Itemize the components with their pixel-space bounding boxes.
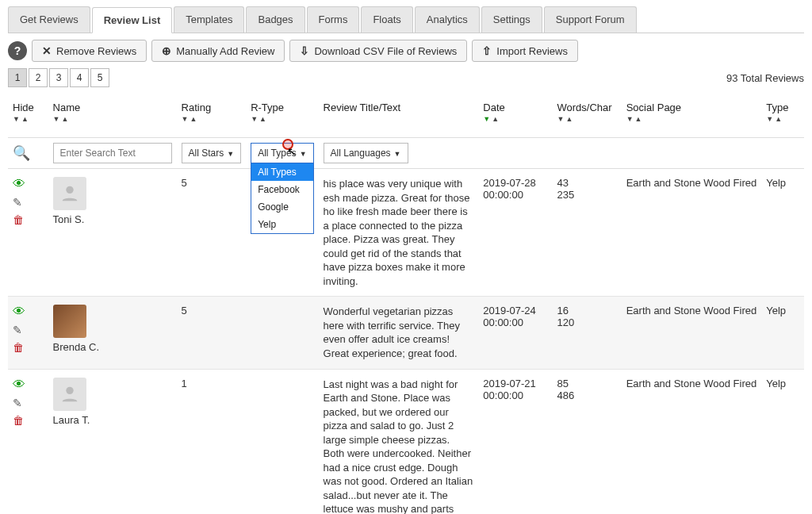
search-input[interactable] bbox=[53, 143, 172, 163]
header-row: Hide▼▲ Name▼▲ Rating▼▲ R-Type▼▲ Review T… bbox=[8, 95, 804, 138]
languages-filter[interactable]: All Languages▼ bbox=[324, 143, 408, 163]
stars-filter[interactable]: All Stars▼ bbox=[182, 143, 242, 163]
review-type: Yelp bbox=[761, 297, 804, 369]
tab-settings[interactable]: Settings bbox=[481, 6, 542, 33]
edit-icon[interactable]: ✎ bbox=[13, 196, 22, 209]
tab-badges[interactable]: Badges bbox=[246, 6, 304, 33]
download-icon: ⇩ bbox=[300, 44, 309, 57]
word-char-count: 85486 bbox=[553, 369, 622, 514]
reviewer-name: Laura T. bbox=[53, 414, 172, 426]
caret-icon: ▼ bbox=[227, 150, 234, 158]
page-2[interactable]: 2 bbox=[29, 68, 48, 87]
download-csv-label: Download CSV File of Reviews bbox=[314, 45, 457, 57]
visibility-icon[interactable]: 👁 bbox=[13, 378, 25, 392]
col-rating[interactable]: Rating▼▲ bbox=[177, 95, 247, 138]
type-option-all-types[interactable]: All Types bbox=[251, 163, 312, 181]
caret-icon: ▼ bbox=[394, 150, 401, 158]
upload-icon: ⇧ bbox=[482, 44, 492, 57]
reviewer-name: Toni S. bbox=[53, 213, 172, 225]
review-date: 2019-07-2100:00:00 bbox=[478, 369, 552, 514]
social-page: Earth and Stone Wood Fired bbox=[622, 169, 762, 297]
tab-analytics[interactable]: Analytics bbox=[415, 6, 480, 33]
tab-get-reviews[interactable]: Get Reviews bbox=[8, 6, 90, 33]
avatar bbox=[53, 177, 86, 210]
pager-row: 12345 93 Total Reviews bbox=[8, 68, 804, 87]
col-name[interactable]: Name▼▲ bbox=[48, 95, 177, 138]
x-icon: ✕ bbox=[42, 44, 52, 57]
help-icon[interactable]: ? bbox=[8, 41, 27, 60]
table-row: 👁✎🗑Brenda C.5 Wonderful vegetarian pizza… bbox=[8, 297, 804, 369]
remove-reviews-label: Remove Reviews bbox=[56, 45, 136, 57]
review-date: 2019-07-2800:00:00 bbox=[478, 169, 552, 297]
col-words[interactable]: Words/Char▼▲ bbox=[553, 95, 622, 138]
action-toolbar: ? ✕Remove Reviews ⊕Manually Add Review ⇩… bbox=[8, 40, 804, 62]
page-5[interactable]: 5 bbox=[90, 68, 109, 87]
main-tabs: Get ReviewsReview ListTemplatesBadgesFor… bbox=[8, 6, 804, 33]
reviewer-name: Brenda C. bbox=[53, 341, 172, 353]
import-reviews-button[interactable]: ⇧Import Reviews bbox=[472, 40, 578, 62]
type-option-facebook[interactable]: Facebook bbox=[251, 181, 312, 198]
tab-floats[interactable]: Floats bbox=[361, 6, 412, 33]
type-option-google[interactable]: Google bbox=[251, 198, 312, 216]
col-date[interactable]: Date▼▲ bbox=[478, 95, 552, 138]
review-text: Last night was a bad night for Earth and… bbox=[324, 378, 474, 514]
review-text: his place was very unique with esh made … bbox=[324, 177, 474, 288]
rating-value: 1 bbox=[177, 369, 247, 514]
col-rtype[interactable]: R-Type▼▲ bbox=[246, 95, 318, 138]
plus-circle-icon: ⊕ bbox=[162, 44, 171, 57]
search-icon: 🔍 bbox=[13, 145, 30, 161]
svg-point-0 bbox=[66, 186, 73, 194]
social-page: Earth and Stone Wood Fired bbox=[622, 297, 762, 369]
add-review-label: Manually Add Review bbox=[176, 45, 274, 57]
delete-icon[interactable]: 🗑 bbox=[13, 414, 24, 427]
types-dropdown: All TypesFacebookGoogleYelp bbox=[251, 163, 313, 234]
tab-forms[interactable]: Forms bbox=[307, 6, 360, 33]
word-char-count: 16120 bbox=[553, 297, 622, 369]
table-row: 👁✎🗑Toni S.5his place was very unique wit… bbox=[8, 169, 804, 297]
review-type: Yelp bbox=[761, 169, 804, 297]
delete-icon[interactable]: 🗑 bbox=[13, 341, 24, 354]
col-type[interactable]: Type▼▲ bbox=[761, 95, 804, 138]
rating-value: 5 bbox=[177, 297, 247, 369]
edit-icon[interactable]: ✎ bbox=[13, 397, 22, 409]
review-type: Yelp bbox=[761, 369, 804, 514]
rating-value: 5 bbox=[177, 169, 247, 297]
svg-point-1 bbox=[66, 386, 73, 393]
edit-icon[interactable]: ✎ bbox=[13, 324, 22, 336]
total-reviews-label: 93 Total Reviews bbox=[726, 72, 804, 84]
pager: 12345 bbox=[8, 68, 109, 87]
review-text: Wonderful vegetarian pizzas here with te… bbox=[324, 305, 474, 360]
social-page: Earth and Stone Wood Fired bbox=[622, 369, 762, 514]
page-4[interactable]: 4 bbox=[70, 68, 89, 87]
import-reviews-label: Import Reviews bbox=[496, 45, 568, 57]
col-social[interactable]: Social Page▼▲ bbox=[622, 95, 762, 138]
caret-icon: ▼ bbox=[300, 150, 307, 158]
col-title[interactable]: Review Title/Text bbox=[319, 95, 479, 138]
filter-row: 🔍 All Stars▼ All Types▼ ↖ All TypesFaceb… bbox=[8, 138, 804, 169]
avatar bbox=[53, 378, 86, 411]
page-1[interactable]: 1 bbox=[8, 68, 27, 87]
tab-templates[interactable]: Templates bbox=[174, 6, 244, 33]
types-filter[interactable]: All Types▼ ↖ All TypesFacebookGoogleYelp bbox=[251, 143, 313, 163]
tab-review-list[interactable]: Review List bbox=[92, 7, 173, 33]
tab-support-forum[interactable]: Support Forum bbox=[544, 6, 637, 33]
download-csv-button[interactable]: ⇩Download CSV File of Reviews bbox=[289, 40, 467, 62]
visibility-icon[interactable]: 👁 bbox=[13, 305, 25, 319]
type-option-yelp[interactable]: Yelp bbox=[251, 216, 312, 233]
visibility-icon[interactable]: 👁 bbox=[13, 177, 25, 191]
word-char-count: 43235 bbox=[553, 169, 622, 297]
review-date: 2019-07-2400:00:00 bbox=[478, 297, 552, 369]
delete-icon[interactable]: 🗑 bbox=[13, 213, 24, 226]
reviews-table: Hide▼▲ Name▼▲ Rating▼▲ R-Type▼▲ Review T… bbox=[8, 95, 804, 514]
avatar bbox=[53, 305, 86, 338]
remove-reviews-button[interactable]: ✕Remove Reviews bbox=[32, 40, 147, 62]
table-row: 👁✎🗑Laura T.1 Last night was a bad night … bbox=[8, 369, 804, 514]
add-review-button[interactable]: ⊕Manually Add Review bbox=[151, 40, 285, 62]
col-hide[interactable]: Hide▼▲ bbox=[8, 95, 48, 138]
page-3[interactable]: 3 bbox=[49, 68, 68, 87]
